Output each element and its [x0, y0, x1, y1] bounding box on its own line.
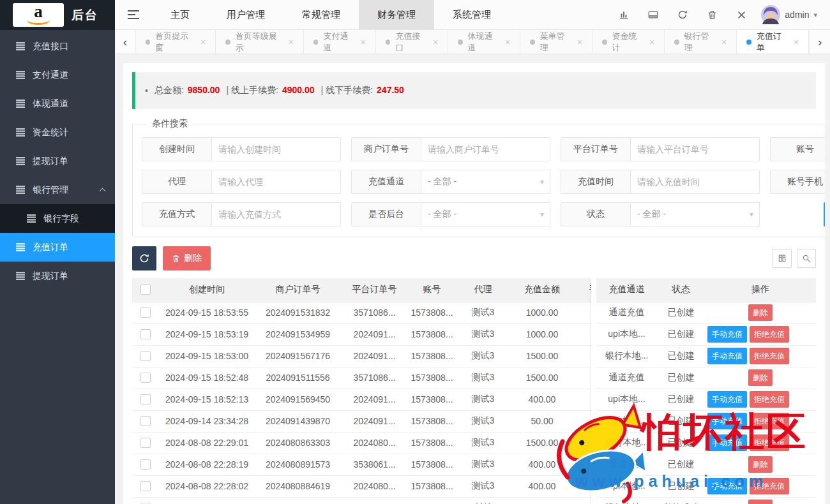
tabs-scroll-right-button[interactable]: ›: [809, 30, 830, 54]
row-checkbox[interactable]: [140, 394, 151, 404]
sidebar-toggle-button[interactable]: [115, 0, 152, 29]
sidebar-item-7[interactable]: 充值订单: [0, 233, 115, 262]
bar-chart-icon[interactable]: [609, 0, 638, 29]
sidebar-item-3[interactable]: 资金统计: [0, 118, 115, 147]
batch-delete-label: 删除: [184, 253, 202, 264]
column-settings-button[interactable]: [773, 249, 792, 268]
topnav-item-1[interactable]: 用户管理: [208, 0, 283, 29]
sidebar-item-6[interactable]: 银行字段: [0, 204, 115, 233]
search-select-9[interactable]: - 全部 -▾: [421, 202, 550, 226]
topnav-item-2[interactable]: 常规管理: [283, 0, 359, 29]
topnav-item-3[interactable]: 财务管理: [359, 0, 434, 29]
orders-table: 创建时间商户订单号平台订单号账号代理充值金额手续费 2024-09-15 18:…: [132, 278, 816, 504]
tab-6[interactable]: 资金统计×: [592, 30, 665, 54]
tab-2[interactable]: 支付通道×: [304, 30, 376, 54]
table-search-button[interactable]: [797, 249, 816, 268]
tab-close-icon[interactable]: ×: [794, 37, 799, 47]
row-checkbox[interactable]: [140, 308, 151, 318]
topnav-item-4[interactable]: 系统管理: [434, 0, 509, 29]
tab-close-icon[interactable]: ×: [361, 37, 366, 47]
search-button[interactable]: 搜索: [824, 202, 825, 226]
tabs-scroll-left-button[interactable]: ‹: [115, 30, 136, 54]
search-input-6[interactable]: [631, 170, 760, 194]
row-checkbox[interactable]: [140, 416, 151, 426]
search-input-4[interactable]: [212, 170, 341, 194]
list-icon: [16, 243, 25, 251]
cell-channel: 银行本地...: [596, 497, 657, 504]
topnav-item-0[interactable]: 主页: [152, 0, 208, 29]
trash-icon[interactable]: [697, 0, 727, 29]
brand[interactable]: a 后台: [0, 0, 115, 30]
sidebar-item-2[interactable]: 体现通道: [0, 89, 115, 118]
delete-button[interactable]: 删除: [748, 456, 773, 473]
manual-button[interactable]: 手动充值: [707, 391, 747, 408]
tab-close-icon[interactable]: ×: [289, 37, 294, 47]
fixed-table-row: 银行本地...付款成功删除: [596, 497, 816, 504]
row-checkbox[interactable]: [140, 481, 151, 491]
tab-8[interactable]: 充值订单×: [737, 30, 809, 54]
search-select-5[interactable]: - 全部 -▾: [421, 170, 550, 194]
reject-button[interactable]: 拒绝充值: [750, 413, 789, 429]
tab-close-icon[interactable]: ×: [721, 37, 727, 47]
select-all-checkbox[interactable]: [140, 285, 151, 295]
tab-5[interactable]: 菜单管理×: [520, 30, 592, 54]
cell-platform_no: 2024091...: [341, 389, 408, 410]
sidebar-item-label: 资金统计: [33, 127, 68, 138]
sidebar-item-0[interactable]: 充值接口: [0, 32, 115, 61]
tab-3[interactable]: 充值接口×: [376, 30, 448, 54]
search-input-1[interactable]: [421, 137, 550, 161]
search-field-8: 充值方式: [142, 202, 341, 226]
row-checkbox[interactable]: [140, 373, 151, 383]
manual-button[interactable]: 手动充值: [707, 413, 747, 429]
search-input-2[interactable]: [631, 137, 760, 161]
manual-button[interactable]: 手动充值: [707, 348, 747, 364]
user-menu[interactable]: admin ▾: [756, 5, 822, 24]
manual-button[interactable]: 手动充值: [707, 326, 747, 343]
sidebar-item-5[interactable]: 银行管理: [0, 175, 115, 204]
row-checkbox[interactable]: [140, 351, 151, 361]
tab-7[interactable]: 银行管理×: [665, 30, 737, 54]
row-checkbox[interactable]: [140, 438, 151, 448]
cell-merchant_no: 2024080445922: [255, 497, 341, 504]
tab-close-icon[interactable]: ×: [649, 37, 654, 47]
delete-button[interactable]: 删除: [748, 369, 773, 386]
delete-button[interactable]: 删除: [748, 304, 773, 321]
row-checkbox[interactable]: [140, 329, 151, 339]
cell-merchant_no: 2024080863303: [255, 432, 341, 454]
tab-0[interactable]: 首页提示窗×: [136, 30, 216, 54]
refresh-icon[interactable]: [668, 0, 697, 29]
tab-label: 首页提示窗: [155, 31, 194, 54]
trash-white-icon: [172, 254, 180, 263]
reject-button[interactable]: 拒绝充值: [750, 326, 789, 343]
cell-amount: 50.00: [510, 410, 574, 432]
cell-status: 已创建: [657, 410, 705, 432]
tab-1[interactable]: 首页等级展示×: [216, 30, 304, 54]
sidebar-item-1[interactable]: 支付通道: [0, 61, 115, 89]
tab-close-icon[interactable]: ×: [200, 37, 206, 47]
sidebar-item-4[interactable]: 提现订单: [0, 147, 115, 175]
search-input-8[interactable]: [212, 202, 341, 226]
fullscreen-exit-icon[interactable]: [727, 0, 756, 29]
sidebar-item-8[interactable]: 提现订单: [0, 262, 115, 290]
tab-4[interactable]: 体现通道×: [448, 30, 520, 54]
list-icon: [16, 42, 25, 50]
search-field-label: 账号: [770, 137, 825, 161]
batch-delete-button[interactable]: 删除: [163, 246, 211, 271]
row-checkbox[interactable]: [140, 459, 151, 470]
refresh-button[interactable]: [132, 246, 156, 271]
sidebar-item-label: 银行管理: [33, 184, 68, 196]
delete-button[interactable]: 删除: [748, 500, 773, 504]
reject-button[interactable]: 拒绝充值: [750, 348, 789, 364]
reject-button[interactable]: 拒绝充值: [750, 478, 789, 494]
tab-close-icon[interactable]: ×: [505, 37, 510, 47]
search-select-10[interactable]: - 全部 -▾: [631, 202, 760, 226]
search-input-0[interactable]: [212, 137, 341, 161]
manual-button[interactable]: 手动充值: [707, 478, 747, 494]
tab-close-icon[interactable]: ×: [433, 37, 438, 47]
cell-status: 已创建: [657, 454, 705, 475]
reject-button[interactable]: 拒绝充值: [750, 434, 789, 451]
manual-button[interactable]: 手动充值: [707, 434, 747, 451]
reject-button[interactable]: 拒绝充值: [750, 391, 789, 408]
credit-card-icon[interactable]: [638, 0, 668, 29]
tab-close-icon[interactable]: ×: [577, 37, 582, 47]
